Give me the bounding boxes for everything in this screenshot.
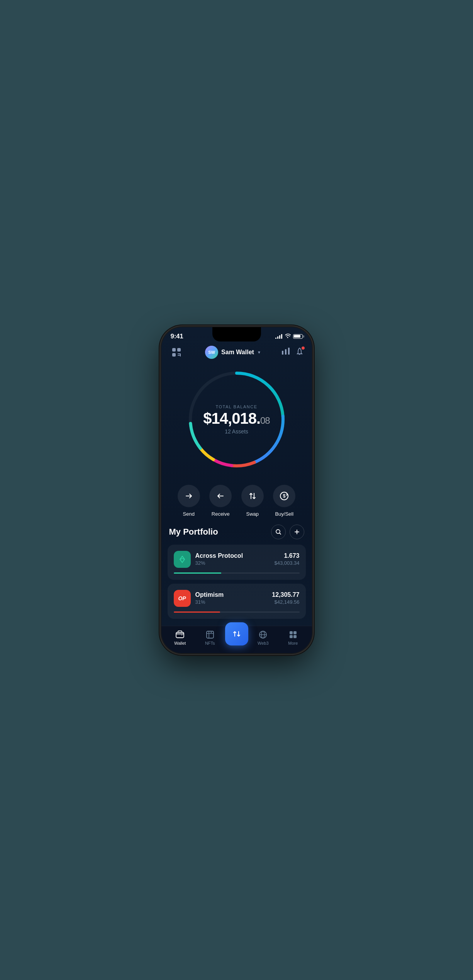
add-icon (294, 529, 300, 535)
nav-item-more[interactable]: More (278, 630, 308, 645)
asset-info-across: Across Protocol 32% (195, 552, 270, 566)
notch (212, 327, 261, 341)
header-right (281, 347, 304, 357)
notification-button[interactable] (295, 347, 304, 357)
nav-item-web3[interactable]: Web3 (248, 630, 278, 645)
search-icon (275, 529, 281, 535)
svg-rect-28 (290, 631, 293, 634)
scan-button[interactable] (169, 345, 184, 360)
svg-rect-3 (173, 349, 175, 350)
status-time: 9:41 (171, 333, 183, 340)
asset-info-optimism: Optimism 31% (195, 591, 268, 605)
svg-rect-23 (176, 632, 184, 638)
phone-frame: 9:41 (161, 327, 312, 653)
op-logo-text: OP (178, 595, 186, 601)
chart-button[interactable] (281, 348, 290, 357)
battery-icon (293, 334, 303, 339)
portfolio-header: My Portfolio (168, 525, 306, 539)
svg-rect-24 (207, 631, 214, 638)
status-icons (275, 333, 303, 339)
nav-label-nfts: NFTs (205, 641, 215, 645)
balance-cents: 08 (260, 415, 270, 426)
asset-name-across: Across Protocol (195, 552, 270, 559)
send-icon (185, 492, 193, 500)
svg-rect-11 (285, 349, 287, 355)
asset-usd-optimism: $42,149.56 (272, 599, 299, 605)
balance-info: TOTAL BALANCE $14,018.08 12 Assets (203, 404, 270, 435)
balance-circle: TOTAL BALANCE $14,018.08 12 Assets (185, 367, 289, 472)
nav-item-nfts[interactable]: NFTs (195, 630, 225, 645)
action-buttons: Send Receive Swap (161, 479, 312, 525)
notification-badge (301, 346, 305, 350)
nav-label-wallet: Wallet (174, 641, 186, 645)
portfolio-title: My Portfolio (169, 527, 218, 537)
portfolio-add-button[interactable] (290, 525, 304, 539)
asset-card-optimism[interactable]: OP Optimism 31% 12,305.77 $42,149.56 (168, 584, 306, 619)
asset-progress-optimism (174, 611, 300, 613)
nfts-icon (205, 630, 215, 639)
receive-icon (216, 492, 225, 500)
svg-rect-30 (290, 635, 293, 638)
balance-section: TOTAL BALANCE $14,018.08 12 Assets (161, 363, 312, 479)
svg-rect-29 (293, 631, 297, 634)
asset-card-across[interactable]: Across Protocol 32% 1.673 $43,003.34 (168, 545, 306, 580)
svg-rect-31 (293, 635, 297, 638)
swap-label: Swap (246, 511, 259, 517)
balance-amount: $14,018.08 (203, 411, 270, 426)
wallet-selector[interactable]: SW Sam Wallet ▾ (205, 346, 260, 359)
asset-name-optimism: Optimism (195, 591, 268, 598)
receive-button[interactable]: Receive (209, 485, 232, 517)
portfolio-section: My Portfolio (161, 525, 312, 626)
portfolio-actions (271, 525, 304, 539)
nav-label-web3: Web3 (258, 641, 269, 645)
asset-percent-across: 32% (195, 560, 270, 566)
center-swap-icon (231, 628, 242, 639)
asset-percent-optimism: 31% (195, 599, 268, 605)
more-icon (288, 630, 298, 639)
screen: 9:41 (161, 327, 312, 653)
nav-label-more: More (288, 641, 298, 645)
send-label: Send (183, 511, 195, 517)
send-button[interactable]: Send (178, 485, 200, 517)
avatar: SW (205, 346, 218, 359)
web3-icon (258, 630, 268, 639)
svg-rect-10 (282, 351, 283, 355)
svg-rect-4 (178, 349, 180, 350)
chart-icon (281, 348, 290, 355)
asset-values-optimism: 12,305.77 $42,149.56 (272, 591, 299, 605)
svg-rect-12 (288, 348, 290, 355)
asset-amount-across: 1.673 (274, 552, 299, 559)
svg-rect-5 (173, 354, 175, 355)
asset-logo-across (174, 551, 191, 568)
buysell-button[interactable]: $ Buy/Sell (273, 485, 295, 517)
asset-amount-optimism: 12,305.77 (272, 591, 299, 598)
chevron-down-icon: ▾ (258, 350, 260, 355)
swap-icon (248, 492, 257, 500)
asset-usd-across: $43,003.34 (274, 560, 299, 566)
portfolio-search-button[interactable] (271, 525, 286, 539)
nav-center-button[interactable] (225, 622, 248, 645)
receive-label: Receive (212, 511, 230, 517)
buysell-icon: $ (279, 491, 289, 501)
balance-label: TOTAL BALANCE (203, 404, 270, 409)
balance-assets: 12 Assets (203, 428, 270, 435)
bottom-nav: Wallet NFTs (161, 626, 312, 653)
wifi-icon (285, 333, 291, 339)
asset-progress-across (174, 572, 300, 574)
across-protocol-icon (177, 554, 188, 565)
svg-text:$: $ (283, 493, 286, 499)
buysell-label: Buy/Sell (275, 511, 293, 517)
balance-dollars: $14,018. (203, 410, 260, 427)
wallet-icon (175, 630, 185, 639)
signal-bars-icon (275, 334, 282, 339)
nav-item-wallet[interactable]: Wallet (165, 630, 195, 645)
scan-icon (171, 347, 181, 357)
asset-values-across: 1.673 $43,003.34 (274, 552, 299, 566)
svg-point-25 (210, 632, 212, 633)
swap-button[interactable]: Swap (241, 485, 264, 517)
header: SW Sam Wallet ▾ (161, 342, 312, 363)
wallet-name: Sam Wallet (221, 349, 254, 356)
asset-logo-optimism: OP (174, 590, 191, 607)
